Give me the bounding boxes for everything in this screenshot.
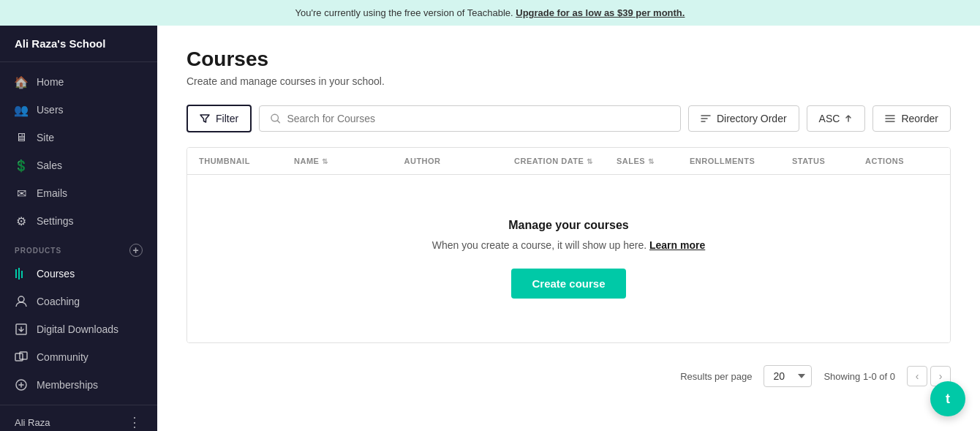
user-menu-button[interactable]: ⋮ [128,414,143,430]
empty-state: Manage your courses When you create a co… [187,175,950,342]
coaching-icon [15,295,28,308]
reorder-button[interactable]: Reorder [872,105,951,132]
upgrade-link[interactable]: Upgrade for as low as $39 per month. [516,7,685,18]
community-icon [15,351,28,364]
directory-icon [701,113,711,124]
per-page-select[interactable]: 20 10 50 100 [764,365,812,387]
sidebar-item-home[interactable]: 🏠 Home [0,68,157,96]
main-nav: 🏠 Home 👥 Users 🖥 Site 💲 Sales ✉ Emails ⚙ [0,62,157,405]
create-course-button[interactable]: Create course [511,269,625,299]
col-name[interactable]: NAME ⇅ [294,157,404,165]
sort-asc-button[interactable]: ASC [807,105,866,132]
sidebar-item-users-label: Users [37,104,64,116]
sidebar-item-settings-label: Settings [37,215,74,227]
sidebar-item-sales[interactable]: 💲 Sales [0,151,157,179]
courses-table: THUMBNAIL NAME ⇅ AUTHOR CREATION DATE ⇅ … [186,147,951,343]
col-creation-date[interactable]: CREATION DATE ⇅ [514,157,617,165]
svg-rect-2 [21,271,23,278]
sidebar-item-home-label: Home [37,76,64,88]
search-box [259,105,681,132]
main-content: Courses Create and manage courses in you… [157,26,980,431]
users-icon: 👥 [15,103,28,116]
home-icon: 🏠 [15,75,28,89]
sidebar-downloads-label: Digital Downloads [37,323,118,335]
school-name: Ali Raza's School [0,26,157,62]
sidebar-community-label: Community [37,351,88,363]
filter-button[interactable]: Filter [186,105,252,132]
sidebar-item-emails-label: Emails [37,187,67,199]
sort-asc-icon [844,114,853,123]
settings-icon: ⚙ [15,214,28,228]
downloads-icon [15,323,28,336]
upgrade-banner: You're currently using the free version … [0,0,980,26]
pagination-showing: Showing 1-0 of 0 [823,371,895,382]
sidebar-item-courses[interactable]: Courses [0,260,157,288]
fab-initial: t [946,391,950,407]
sidebar-footer: Ali Raza ⋮ [0,405,157,431]
sidebar-memberships-label: Memberships [37,379,98,391]
sidebar-item-memberships[interactable]: Memberships [0,371,157,399]
sidebar-item-digital-downloads[interactable]: Digital Downloads [0,315,157,343]
col-enrollments: ENROLLMENTS [690,157,792,165]
directory-order-button[interactable]: Directory Order [688,105,799,132]
add-product-button[interactable]: + [129,244,143,257]
sidebar-coaching-label: Coaching [37,296,80,307]
emails-icon: ✉ [15,187,28,200]
sidebar-item-emails[interactable]: ✉ Emails [0,179,157,207]
toolbar: Filter Directory Order ASC [186,105,951,132]
svg-point-3 [18,296,24,302]
prev-page-button[interactable]: ‹ [907,366,927,386]
col-actions: ACTIONS [865,157,938,165]
col-thumbnail: THUMBNAIL [199,157,294,165]
sales-sort-icon: ⇅ [648,157,655,165]
sidebar-item-site-label: Site [37,132,54,143]
sidebar-item-sales-label: Sales [37,160,62,171]
date-sort-icon: ⇅ [587,157,593,165]
svg-rect-1 [18,268,20,280]
page-title: Courses [186,48,951,71]
sidebar-item-community[interactable]: Community [0,343,157,371]
sidebar-item-users[interactable]: 👥 Users [0,96,157,124]
svg-rect-0 [15,269,17,278]
name-sort-icon: ⇅ [322,157,328,165]
col-author: AUTHOR [404,157,515,165]
reorder-icon [885,113,895,124]
search-input[interactable] [287,113,669,124]
sidebar-courses-label: Courses [37,268,75,280]
sidebar-item-coaching[interactable]: Coaching [0,288,157,315]
sidebar-item-settings[interactable]: ⚙ Settings [0,207,157,235]
sales-icon: 💲 [15,159,28,172]
pagination-label: Results per page [680,371,752,382]
col-status: STATUS [792,157,865,165]
table-header: THUMBNAIL NAME ⇅ AUTHOR CREATION DATE ⇅ … [187,148,950,175]
site-icon: 🖥 [15,131,28,144]
search-icon [270,113,281,124]
banner-text: You're currently using the free version … [295,7,513,18]
courses-icon [15,267,28,280]
empty-state-title: Manage your courses [202,219,935,232]
filter-icon [200,113,210,124]
products-section-header: PRODUCTS + [0,235,157,260]
sidebar: Ali Raza's School 🏠 Home 👥 Users 🖥 Site … [0,26,157,431]
user-name: Ali Raza [15,417,50,428]
pagination: Results per page 20 10 50 100 Showing 1-… [186,358,951,394]
page-subtitle: Create and manage courses in your school… [186,75,951,87]
sidebar-item-site[interactable]: 🖥 Site [0,124,157,151]
empty-state-text: When you create a course, it will show u… [202,239,935,251]
memberships-icon [15,378,28,391]
learn-more-link[interactable]: Learn more [649,239,705,251]
fab-button[interactable]: t [930,381,965,416]
col-sales[interactable]: SALES ⇅ [617,157,690,165]
